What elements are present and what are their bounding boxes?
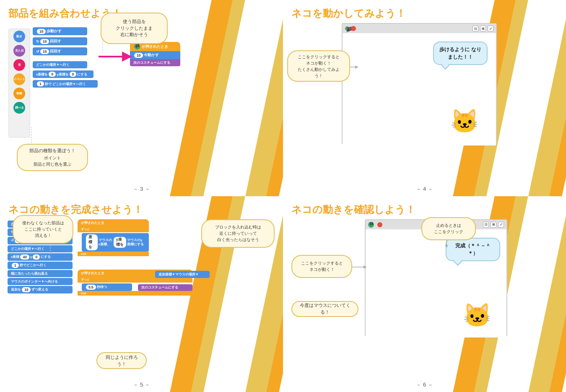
block-turn2[interactable]: ↺ 15回回す <box>33 47 87 55</box>
block-move[interactable]: 10歩動かす <box>33 27 87 35</box>
p3-action-1[interactable]: 座標をマウスのx座標、y座標をマウスのy座標にする <box>82 233 149 252</box>
sidebar-dot-sound[interactable]: 音 <box>13 59 25 71</box>
arrow-p4-stop <box>442 239 451 247</box>
instr-bubble-p4-stop: 止めるときは ここをクリック <box>421 217 476 240</box>
instr-bubble-p3-copy: 同じように作ろう！ <box>96 352 147 369</box>
instr-bubble-type: 部品の種類を選ぼう！ ポイント 部品と同じ色を選ぶ <box>17 144 88 171</box>
scratch-blocks-1: 10歩動かす ↻ 15回回す ↺ 15回回す どこかの場所▼へ行く x座標を0y… <box>33 27 98 88</box>
scratch-window-2: 🏴 ⊡ ⊞ ⤢ 歩けるように なりました！！ 🐱 <box>342 23 497 145</box>
p3-block-6[interactable]: 1秒でどこかへ行く <box>8 262 73 269</box>
page-number-3: － 5 － <box>133 381 150 389</box>
sidebar-dot-motion[interactable]: 動き <box>13 31 25 42</box>
block-goto[interactable]: どこかの場所▼へ行く <box>33 61 87 68</box>
block-glideto[interactable]: 1秒で どこかの場所▼へ行く <box>33 80 98 88</box>
panel-3: ネコの動きを完成させよう！ 歩動かす ↻15回回す ↺15回回す どこかの場所▼… <box>0 196 283 392</box>
win-icon-4a[interactable]: ⊡ <box>483 222 489 228</box>
win-icon-1[interactable]: ⊡ <box>473 26 478 31</box>
sidebar-dot-event[interactable]: イベント <box>13 73 25 85</box>
bubble-line-p3-1 <box>46 242 55 255</box>
win-icon-4c[interactable]: ⤢ <box>498 222 504 228</box>
page-number-2: － 4 － <box>416 185 433 193</box>
p3-block-8[interactable]: マウスのポインター▼へ向ける <box>8 278 73 285</box>
arrow-p4-click <box>350 264 367 270</box>
scratch-stage-2: 歩けるように なりました！！ 🐱 <box>343 33 496 145</box>
p3-block-4[interactable]: どこかの場所▼へ行く <box>8 245 73 252</box>
instr-bubble-p4-mouse: 今度はマウスについてくる！ <box>291 301 358 317</box>
p3-drag-block[interactable]: 追加座標▼マウスの場所▼ <box>155 270 210 278</box>
block-turn1[interactable]: ↻ 15回回す <box>33 37 87 45</box>
p3-stack-1: が押されたとき ずっと 座標をマウスのx座標、y座標をマウスのy座標にする en… <box>78 219 149 256</box>
instr-bubble-p3-snap: ブロックを入れ込む時は 近くに持っていって 白く光ったらはなそう <box>201 219 275 248</box>
p3-block-7[interactable]: 端に当たったら跳ね返る <box>8 270 73 277</box>
panel-3-title: ネコの動きを完成させよう！ <box>8 204 275 216</box>
p3-action-2a[interactable]: 0.5秒待つ <box>82 283 132 291</box>
panel-1: 部品を組み合わせよう！ 動き 見た目 音 イベント 制御 調べる <box>0 0 283 196</box>
action-block-costume[interactable]: 次のコスチュームにする <box>130 59 180 66</box>
panel-2-title: ネコを動かしてみよう！ <box>291 8 558 20</box>
instr-bubble-p4-click: ここをクリックすると ネコが動く！ <box>291 255 352 278</box>
win-btn-green-2[interactable]: 🏴 <box>345 26 349 31</box>
p3-block-9[interactable]: 追加を10ずつ変える <box>8 286 73 293</box>
panel-2: ネコを動かしてみよう！ 🏴 ⊡ ⊞ ⤢ 歩けるように なりました！！ 🐱 <box>283 0 566 196</box>
page-number-4: － 6 － <box>416 381 433 389</box>
panel-4-title: ネコの動きを確認しよう！ <box>291 204 558 216</box>
cat-bubble-4: 完成（＊＾－＾＊） <box>446 238 500 261</box>
instr-bubble-drag: 使う部品を クリックしたまま 右に動かそう <box>101 13 168 44</box>
cat-sprite-2: 🐱 <box>450 110 479 133</box>
panel-4: ネコの動きを確認しよう！ 🏴 ⊡ ⊞ ⤢ 完成（＊＾－＾＊） 🐱 <box>283 196 566 392</box>
sidebar-dot-looks[interactable]: 見た目 <box>13 45 25 57</box>
scratch-stage-4: 完成（＊＾－＾＊） 🐱 <box>366 229 506 337</box>
action-block-move[interactable]: 10今動かす <box>130 51 180 59</box>
win-btn-red-2[interactable] <box>351 26 356 31</box>
win-btn-green-4[interactable]: 🏴 <box>368 222 374 228</box>
scratch-window-bar-2: 🏴 ⊡ ⊞ ⤢ <box>343 24 496 33</box>
cat-sprite-4: 🐱 <box>463 304 492 327</box>
win-icon-expand[interactable]: ⤢ <box>488 26 493 31</box>
sidebar-dot-control[interactable]: 制御 <box>13 88 25 99</box>
p3-block-5[interactable]: x座標40y0にする <box>8 253 73 261</box>
sidebar-dot-sense[interactable]: 調べる <box>13 102 25 114</box>
cat-bubble-2: 歩けるように なりました！！ <box>433 42 488 65</box>
page-number-1: － 3 － <box>133 185 150 193</box>
win-icon-2[interactable]: ⊞ <box>480 26 486 31</box>
bubble-arrow-p2 <box>350 63 358 71</box>
p3-action-2b[interactable]: 次のコスチュームにする <box>138 284 192 291</box>
event-blocks: 🏴 が押されたとき 10今動かす 次のコスチュームにする <box>130 42 180 66</box>
instr-bubble-p3-trash: 使わなくなった部品は ここに持っていくと 消える！ <box>13 215 73 244</box>
scratch-sidebar-1: 動き 見た目 音 イベント 制御 調べる <box>8 29 30 138</box>
win-btn-red-4[interactable] <box>377 222 382 227</box>
block-setxy[interactable]: x座標を0y座標を0にする <box>33 70 93 78</box>
win-icon-4b[interactable]: ⊞ <box>491 222 496 228</box>
instr-bubble-p2-click: ここをクリックすると ネコが動く！ たくさん動かしてみよう！ <box>287 50 350 82</box>
